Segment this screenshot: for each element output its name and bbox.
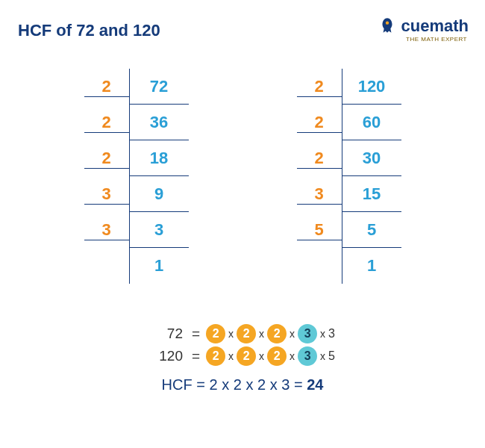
table-row: 55: [297, 212, 401, 248]
table-row: .1: [84, 248, 189, 284]
dividend-cell: 18: [129, 140, 189, 176]
brand-tagline: THE MATH EXPERT: [406, 36, 467, 43]
factor-tables: 2722362183933.1 212026023031555.1: [0, 69, 485, 284]
prime-factor: 3: [298, 324, 317, 343]
dividend-cell: 3: [129, 212, 189, 248]
table-row: 230: [297, 140, 401, 176]
times-sign: x: [259, 328, 264, 340]
prime-factor: 2: [237, 324, 256, 343]
prime-factor: 2: [267, 324, 287, 343]
factor-line-72: 72 = 2x2x2x3x3: [150, 324, 335, 343]
prime-factor: 5: [328, 349, 335, 363]
table-row: 39: [84, 176, 189, 212]
factor-label-72: 72: [150, 326, 183, 342]
dividend-cell: 60: [342, 105, 401, 140]
table-row: 218: [84, 140, 189, 176]
table-row: 33: [84, 212, 189, 248]
divisor-cell: 2: [84, 77, 129, 97]
table-row: 2120: [297, 69, 401, 105]
divisor-cell: 2: [84, 113, 129, 133]
table-left: 2722362183933.1: [84, 69, 189, 284]
dividend-cell: 120: [342, 69, 401, 105]
factor-line-120: 120 = 2x2x2x3x5: [150, 346, 335, 366]
dividend-cell: 5: [342, 212, 401, 248]
table-right: 212026023031555.1: [297, 69, 401, 284]
divisor-cell: 2: [297, 77, 342, 97]
divisor-cell: 3: [297, 184, 342, 205]
dividend-cell: 1: [129, 248, 189, 284]
hcf-value: 24: [307, 376, 323, 393]
rocket-icon: [378, 16, 397, 36]
dividend-cell: 1: [342, 248, 401, 284]
factor-label-120: 120: [150, 348, 183, 364]
table-row: 272: [84, 69, 189, 105]
divisor-cell: .: [84, 256, 129, 276]
svg-point-0: [385, 22, 388, 25]
divisor-cell: 3: [84, 220, 129, 240]
prime-factor: 2: [267, 346, 287, 366]
divisor-cell: 3: [84, 184, 129, 205]
prime-factor: 3: [328, 327, 335, 340]
prime-factor: 2: [237, 346, 256, 366]
times-sign: x: [320, 328, 325, 340]
divisor-cell: 2: [297, 149, 342, 169]
table-row: 236: [84, 105, 189, 140]
factorization-area: 72 = 2x2x2x3x3 120 = 2x2x2x3x5 HCF = 2 x…: [150, 321, 335, 393]
hcf-label: HCF: [162, 376, 193, 393]
prime-factor: 3: [298, 346, 317, 366]
times-sign: x: [290, 328, 295, 340]
table-row: 260: [297, 105, 401, 140]
dividend-cell: 30: [342, 140, 401, 176]
times-sign: x: [228, 328, 234, 340]
equals-sign: =: [196, 376, 209, 393]
divisor-cell: .: [297, 256, 342, 276]
brand-name: cuemath: [401, 16, 469, 36]
table-row: .1: [297, 248, 401, 284]
dividend-cell: 72: [129, 69, 189, 105]
times-sign: x: [320, 350, 325, 362]
prime-factor: 2: [206, 346, 225, 366]
times-sign: x: [259, 350, 264, 362]
times-sign: x: [228, 350, 234, 362]
brand-logo: cuemath: [378, 16, 469, 36]
times-sign: x: [290, 350, 295, 362]
dividend-cell: 9: [129, 176, 189, 212]
equals-sign: =: [192, 348, 200, 364]
divisor-cell: 2: [84, 149, 129, 169]
prime-factor: 2: [206, 324, 225, 343]
hcf-result-line: HCF = 2 x 2 x 2 x 3 = 24: [150, 376, 335, 393]
table-row: 315: [297, 176, 401, 212]
hcf-expression: 2 x 2 x 2 x 3: [210, 376, 290, 393]
page-title: HCF of 72 and 120: [18, 21, 160, 40]
dividend-cell: 36: [129, 105, 189, 140]
equals-sign: =: [294, 376, 307, 393]
dividend-cell: 15: [342, 176, 401, 212]
divisor-cell: 2: [297, 113, 342, 133]
divisor-cell: 5: [297, 220, 342, 240]
equals-sign: =: [192, 326, 200, 342]
